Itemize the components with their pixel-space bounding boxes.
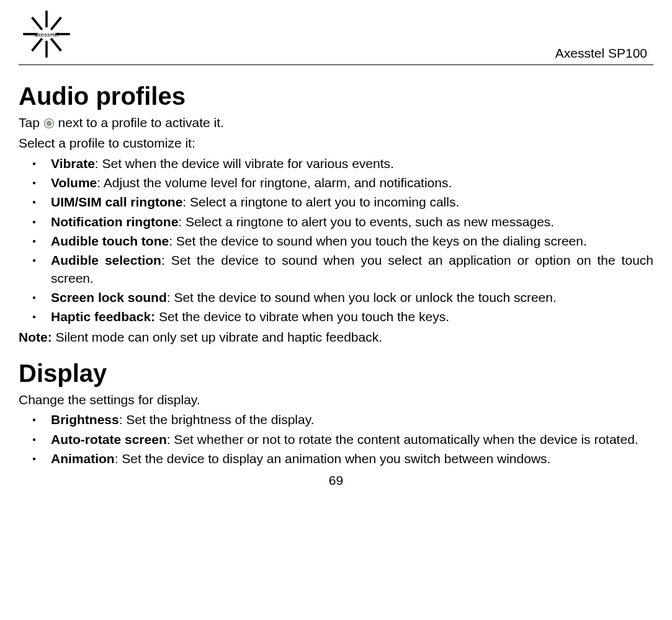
item-desc: Set the device to vibrate when you touch… <box>155 309 449 324</box>
display-options-list: Brightness: Set the brightness of the di… <box>19 411 653 467</box>
item-label: Audible selection <box>51 253 161 267</box>
svg-text:axess•tel: axess•tel <box>34 31 59 38</box>
note-text: Silent mode can only set up vibrate and … <box>56 330 383 344</box>
svg-point-10 <box>47 122 51 126</box>
tap-instruction: Tap next to a profile to activate it. <box>19 114 653 133</box>
item-desc: : Set when the device will vibrate for v… <box>95 156 394 170</box>
audio-options-list: Vibrate: Set when the device will vibrat… <box>19 155 653 326</box>
note-label: Note: <box>19 330 56 344</box>
list-item: Screen lock sound: Set the device to sou… <box>51 289 653 306</box>
page-header: axess•tel Axesstel SP100 <box>19 6 653 65</box>
list-item: Notification ringtone: Select a ringtone… <box>51 213 653 231</box>
item-label: Haptic feedback: <box>51 309 155 324</box>
heading-display: Display <box>19 360 653 388</box>
list-item: Audible touch tone: Set the device to so… <box>51 232 653 250</box>
item-label: Volume <box>51 175 97 190</box>
list-item: Auto-rotate screen: Set whether or not t… <box>51 431 653 448</box>
svg-line-2 <box>32 17 42 30</box>
page-number: 69 <box>19 473 653 488</box>
list-item: Haptic feedback: Set the device to vibra… <box>51 308 653 326</box>
item-label: Screen lock sound <box>51 290 167 304</box>
item-label: UIM/SIM call ringtone <box>51 195 182 209</box>
item-desc: : Adjust the volume level for ringtone, … <box>97 175 452 190</box>
model-name: Axesstel SP100 <box>555 46 653 62</box>
svg-line-3 <box>51 38 61 51</box>
item-desc: : Set the brightness of the display. <box>119 412 315 427</box>
radio-icon <box>43 116 55 133</box>
tap-suffix: next to a profile to activate it. <box>58 115 224 130</box>
item-label: Audible touch tone <box>51 234 169 248</box>
item-label: Brightness <box>51 412 119 427</box>
list-item: Volume: Adjust the volume level for ring… <box>51 174 653 192</box>
item-desc: : Set the device to sound when you lock … <box>167 290 557 304</box>
item-label: Animation <box>51 451 115 466</box>
list-item: Vibrate: Set when the device will vibrat… <box>51 155 653 172</box>
svg-line-4 <box>51 17 61 30</box>
svg-line-5 <box>32 38 42 51</box>
axesstel-logo: axess•tel <box>19 6 74 62</box>
item-desc: : Set whether or not to rotate the conte… <box>167 432 638 446</box>
item-label: Vibrate <box>51 156 95 170</box>
item-desc: : Select a ringtone to alert you to even… <box>178 215 554 229</box>
display-intro: Change the settings for display. <box>19 391 653 409</box>
note-line: Note: Silent mode can only set up vibrat… <box>19 329 653 346</box>
list-item: Audible selection: Set the device to sou… <box>51 252 653 287</box>
tap-prefix: Tap <box>19 115 43 130</box>
item-label: Auto-rotate screen <box>51 432 167 446</box>
item-label: Notification ringtone <box>51 215 178 229</box>
heading-audio-profiles: Audio profiles <box>19 82 653 110</box>
item-desc: : Select a ringtone to alert you to inco… <box>182 195 459 209</box>
list-item: UIM/SIM call ringtone: Select a ringtone… <box>51 193 653 211</box>
item-desc: : Set the device to sound when you touch… <box>169 234 587 248</box>
item-desc: : Set the device to display an animation… <box>115 451 551 466</box>
list-item: Brightness: Set the brightness of the di… <box>51 411 653 428</box>
select-line: Select a profile to customize it: <box>19 135 653 152</box>
document-page: axess•tel Axesstel SP100 Audio profiles … <box>0 0 672 494</box>
list-item: Animation: Set the device to display an … <box>51 450 653 467</box>
